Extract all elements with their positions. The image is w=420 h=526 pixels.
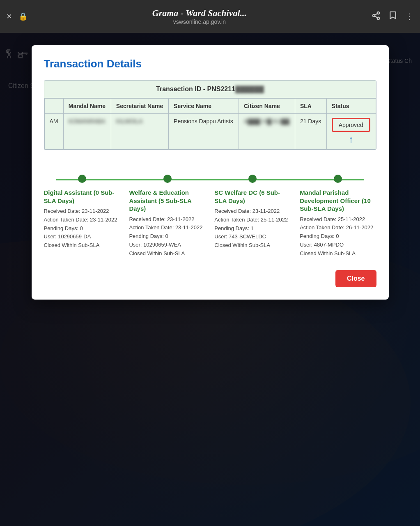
pending-days-2: Pending Days: 0 (129, 233, 168, 239)
svg-line-3 (375, 16, 377, 18)
col-header-status: Status (326, 99, 376, 114)
lock-icon: 🔒 (18, 12, 28, 21)
timeline-item-2: Welfare & Education Assistant (5 Sub-SLA… (129, 175, 205, 258)
col-header-empty (44, 99, 63, 114)
received-date-1: Received Date: 23-11-2022 (44, 208, 109, 214)
transaction-table-wrapper: Transaction ID - PNS2211▓▓▓▓▓▓ Mandal Na… (44, 80, 376, 150)
timeline-heading-1: Digital Assistant (0 Sub-SLA Days) (44, 189, 120, 205)
table-cell-status: Approved ↑ (326, 114, 376, 150)
timeline-dot-4 (334, 175, 342, 183)
svg-line-4 (375, 13, 377, 15)
table-cell-am: AM (44, 114, 63, 150)
timeline-heading-3: SC Welfare DC (6 Sub-SLA Days) (214, 189, 291, 205)
transaction-id-row: Transaction ID - PNS2211▓▓▓▓▓▓ (44, 81, 376, 98)
action-taken-4: Action Taken Date: 26-11-2022 (300, 224, 373, 231)
user-1: User: 10290659-DA (44, 233, 91, 240)
close-tab-icon[interactable]: × (7, 11, 12, 22)
received-date-2: Received Date: 23-11-2022 (129, 216, 194, 222)
timeline-detail-4: Received Date: 25-11-2022 Action Taken D… (300, 215, 376, 258)
action-taken-3: Action Taken Date: 25-11-2022 (214, 217, 288, 223)
transaction-data-table: Mandal Name Secretariat Name Service Nam… (44, 98, 376, 150)
browser-page-title: Grama - Ward Sachival... (152, 8, 247, 18)
status-approved-badge: Approved (332, 118, 370, 132)
user-4: User: 4807-MPDO (300, 242, 344, 248)
timeline-items: Digital Assistant (0 Sub-SLA Days) Recei… (44, 175, 376, 258)
modal-title: Transaction Details (44, 58, 376, 70)
bookmark-icon[interactable] (389, 11, 397, 22)
received-date-4: Received Date: 25-11-2022 (300, 216, 365, 222)
browser-chrome: × 🔒 Grama - Ward Sachival... vswsonline.… (0, 0, 420, 33)
timeline-detail-1: Received Date: 23-11-2022 Action Taken D… (44, 207, 120, 250)
close-button[interactable]: Close (335, 270, 376, 287)
timeline-dot-3 (248, 175, 257, 183)
status-approved-text: Approved (339, 122, 363, 128)
browser-action-icons: ⋮ (372, 11, 413, 22)
user-2: User: 10290659-WEA (129, 242, 181, 248)
col-header-secretariat-name: Secretariat Name (111, 99, 168, 114)
table-row: AM KOMANRABA KILMOILA Pensions Dappu Art… (44, 114, 376, 150)
timeline-content-1: Digital Assistant (0 Sub-SLA Days) Recei… (44, 189, 120, 250)
timeline-dot-2 (163, 175, 172, 183)
transaction-id-label: Transaction ID - PNS2211 (156, 85, 235, 92)
closed-within-4: Closed Within Sub-SLA (300, 250, 356, 256)
pending-days-1: Pending Days: 0 (44, 225, 83, 231)
timeline-heading-4: Mandal Parishad Development Officer (10 … (300, 189, 376, 213)
timeline-content-2: Welfare & Education Assistant (5 Sub-SLA… (129, 189, 205, 258)
more-options-icon[interactable]: ⋮ (405, 12, 413, 21)
table-cell-mandal: KOMANRABA (63, 114, 111, 150)
user-3: User: 743-SCWELDC (214, 233, 266, 240)
timeline-content-4: Mandal Parishad Development Officer (10 … (300, 189, 376, 258)
timeline-section: Digital Assistant (0 Sub-SLA Days) Recei… (44, 166, 376, 258)
pending-days-3: Pending Days: 1 (214, 225, 253, 231)
share-icon[interactable] (372, 11, 381, 22)
background-page: గ్రా quest Status Ch Citizen Sc Transact… (0, 33, 420, 526)
timeline-content-3: SC Welfare DC (6 Sub-SLA Days) Received … (214, 189, 291, 250)
table-cell-secretariat: KILMOILA (111, 114, 168, 150)
table-cell-citizen: A▓▓▓ VI▓ KU▓▓ (239, 114, 295, 150)
timeline-dot-1 (78, 175, 86, 183)
timeline-detail-3: Received Date: 23-11-2022 Action Taken D… (214, 207, 291, 250)
timeline-heading-2: Welfare & Education Assistant (5 Sub-SLA… (129, 189, 205, 213)
action-taken-2: Action Taken Date: 23-11-2022 (129, 224, 202, 231)
modal-footer: Close (44, 270, 376, 287)
closed-within-1: Closed Within Sub-SLA (44, 242, 100, 248)
table-header-row: Mandal Name Secretariat Name Service Nam… (44, 99, 376, 114)
col-header-sla: SLA (295, 99, 326, 114)
closed-within-3: Closed Within Sub-SLA (214, 242, 270, 248)
col-header-service-name: Service Name (169, 99, 239, 114)
transaction-details-modal: Transaction Details Transaction ID - PNS… (32, 45, 389, 300)
arrow-indicator: ↑ (332, 134, 371, 145)
col-header-citizen-name: Citizen Name (239, 99, 295, 114)
action-taken-1: Action Taken Date: 23-11-2022 (44, 217, 117, 223)
timeline-item-1: Digital Assistant (0 Sub-SLA Days) Recei… (44, 175, 120, 258)
timeline-track: Digital Assistant (0 Sub-SLA Days) Recei… (44, 166, 376, 258)
timeline-item-3: SC Welfare DC (6 Sub-SLA Days) Received … (214, 175, 291, 258)
timeline-detail-2: Received Date: 23-11-2022 Action Taken D… (129, 215, 205, 258)
browser-url: vswsonline.ap.gov.in (173, 18, 226, 25)
browser-title-area: Grama - Ward Sachival... vswsonline.ap.g… (34, 8, 365, 25)
closed-within-2: Closed Within Sub-SLA (129, 250, 185, 256)
col-header-mandal-name: Mandal Name (63, 99, 111, 114)
received-date-3: Received Date: 23-11-2022 (214, 208, 280, 214)
modal-overlay: Transaction Details Transaction ID - PNS… (0, 33, 420, 526)
table-cell-sla: 21 Days (295, 114, 326, 150)
table-cell-service: Pensions Dappu Artists (169, 114, 239, 150)
timeline-item-4: Mandal Parishad Development Officer (10 … (300, 175, 376, 258)
pending-days-4: Pending Days: 0 (300, 233, 339, 239)
transaction-id-suffix: ▓▓▓▓▓▓ (235, 85, 264, 92)
